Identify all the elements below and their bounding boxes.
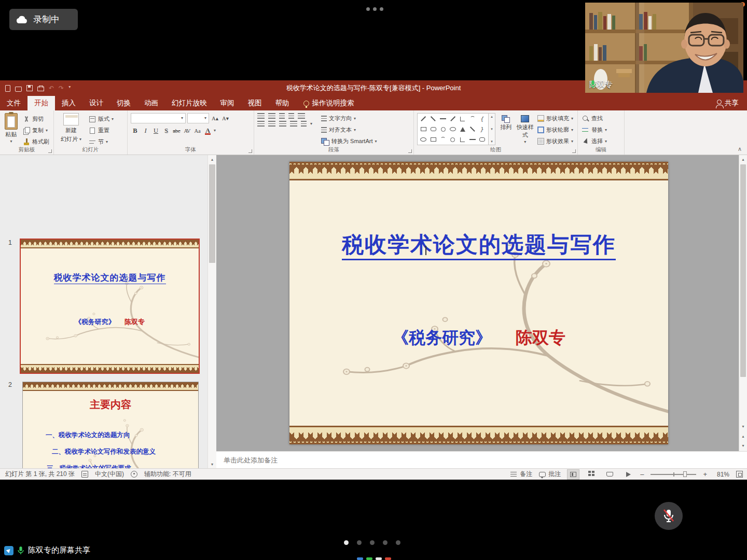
share-button[interactable]: 共享 (709, 96, 747, 110)
line-spacing-icon[interactable] (298, 113, 305, 119)
cut-button[interactable]: 剪切 (22, 114, 50, 124)
slide-subtitle[interactable]: 《税务研究》 陈双专 (289, 327, 668, 349)
zoom-slider[interactable] (651, 474, 696, 475)
scrollbar-thumb[interactable] (740, 164, 746, 377)
shape-fill-button[interactable]: 形状填充 ▾ (536, 114, 574, 123)
shape-effects-button[interactable]: 形状效果 ▾ (536, 136, 574, 146)
arrange-button[interactable]: 排列 (498, 115, 514, 131)
font-size-combo[interactable]: ▾ (187, 113, 209, 123)
dialog-launcher-icon[interactable] (408, 149, 412, 153)
slide-editing-area[interactable]: 税收学术论文的选题与写作 《税务研究》 陈双专 (216, 155, 739, 451)
reading-view-button[interactable] (604, 470, 615, 479)
bullets-icon[interactable] (257, 113, 265, 119)
qat-customize-icon[interactable]: ▾ (68, 85, 71, 92)
gallery-more-icon[interactable]: ▾ (491, 139, 493, 144)
align-right-icon[interactable] (279, 121, 286, 127)
previous-slide-button[interactable]: ▴ (739, 432, 747, 441)
font-color-button[interactable]: A (203, 125, 212, 136)
zoom-slider-knob[interactable] (683, 471, 687, 477)
increase-indent-icon[interactable] (288, 113, 294, 119)
tab-slideshow[interactable]: 幻灯片放映 (165, 96, 214, 110)
decrease-indent-icon[interactable] (279, 113, 285, 119)
change-case-button[interactable]: Aa (193, 125, 202, 136)
tab-file[interactable]: 文件 (0, 96, 27, 110)
zoom-level[interactable]: 81% (714, 471, 729, 478)
taskbar-peek[interactable] (357, 557, 391, 560)
scroll-up-icon[interactable]: ▴ (739, 155, 747, 163)
canvas-scrollbar[interactable]: ▴ ▾ ▴ ▾ (739, 155, 747, 451)
dialog-launcher-icon[interactable] (572, 149, 576, 153)
tab-home[interactable]: 开始 (27, 96, 55, 110)
window-drag-handle[interactable] (366, 7, 383, 11)
zoom-in-button[interactable]: + (703, 470, 707, 478)
tell-me-search[interactable]: 操作说明搜索 (296, 96, 362, 110)
accessibility-status[interactable]: 辅助功能: 不可用 (144, 470, 191, 479)
convert-smartart-button[interactable]: 转换为 SmartArt ▾ (320, 136, 378, 146)
language-indicator[interactable]: 中文(中国) (95, 470, 124, 479)
normal-view-button[interactable] (568, 470, 579, 479)
shapes-gallery[interactable]: { } (417, 113, 489, 145)
layout-button[interactable]: 版式 ▾ (88, 114, 115, 124)
reset-button[interactable]: 重置 (88, 125, 115, 135)
tab-animations[interactable]: 动画 (137, 96, 165, 110)
shrink-font-button[interactable]: A▾ (221, 113, 230, 123)
microphone-button[interactable] (655, 502, 683, 530)
collapse-ribbon-button[interactable]: ∧ (738, 146, 742, 152)
align-text-button[interactable]: 对齐文本 ▾ (320, 125, 378, 135)
shape-outline-button[interactable]: 形状轮廓 ▾ (536, 125, 574, 135)
strikethrough-button[interactable]: abc (172, 125, 181, 136)
scroll-down-icon[interactable]: ▾ (739, 422, 747, 430)
slide-sorter-view-button[interactable] (586, 470, 597, 479)
dialog-launcher-icon[interactable] (248, 149, 252, 153)
tab-design[interactable]: 设计 (82, 96, 110, 110)
shapes-gallery-scrollbar[interactable]: ▴ ▾ ▾ (489, 113, 495, 145)
undo-icon[interactable]: ↶ (49, 85, 54, 92)
align-left-icon[interactable] (257, 121, 265, 127)
font-name-combo[interactable]: ▾ (131, 113, 186, 123)
justify-icon[interactable] (290, 121, 297, 127)
italic-button[interactable]: I (141, 125, 150, 136)
scroll-up-icon[interactable]: ▴ (491, 115, 493, 119)
grow-font-button[interactable]: A▴ (211, 113, 219, 123)
bold-button[interactable]: B (131, 125, 140, 136)
slide-canvas[interactable]: 税收学术论文的选题与写作 《税务研究》 陈双专 (289, 162, 668, 444)
text-direction-button[interactable]: 文字方向 ▾ (320, 114, 378, 123)
tab-help[interactable]: 帮助 (269, 96, 296, 110)
save-icon[interactable] (26, 85, 33, 91)
notes-pane[interactable]: 单击此处添加备注 (216, 451, 747, 468)
new-slide-button[interactable]: 新建 幻灯片 ▾ (57, 113, 85, 143)
open-file-icon[interactable] (15, 87, 22, 92)
comments-toggle[interactable]: 批注 (539, 470, 561, 479)
page-indicator-dots[interactable] (344, 540, 400, 545)
tab-transitions[interactable]: 切换 (110, 96, 137, 110)
replace-button[interactable]: 替换 ▾ (581, 125, 608, 135)
recording-badge[interactable]: 录制中 (9, 9, 78, 30)
tab-insert[interactable]: 插入 (55, 96, 82, 110)
scroll-down-icon[interactable]: ▾ (491, 127, 493, 131)
slideshow-view-button[interactable] (622, 470, 633, 479)
underline-button[interactable]: U (151, 125, 160, 136)
fit-to-window-icon[interactable] (736, 471, 743, 478)
section-button[interactable]: 节 ▾ (88, 137, 115, 147)
align-center-icon[interactable] (268, 121, 275, 127)
quick-styles-button[interactable]: 快速样式 ▾ (516, 115, 534, 144)
notes-toggle[interactable]: 备注 (510, 470, 532, 479)
format-painter-button[interactable]: 格式刷 (22, 137, 50, 147)
numbering-icon[interactable] (268, 113, 275, 119)
text-shadow-button[interactable]: S (162, 125, 171, 136)
zoom-out-button[interactable]: – (640, 470, 644, 478)
select-button[interactable]: 选择 ▾ (581, 136, 608, 146)
dialog-launcher-icon[interactable] (48, 149, 52, 153)
redo-icon[interactable]: ↷ (59, 85, 64, 92)
tab-review[interactable]: 审阅 (214, 96, 241, 110)
paste-button[interactable]: 粘贴 ▾ (3, 113, 19, 144)
copy-button[interactable]: 复制 ▾ (22, 125, 50, 135)
thumbnail-scrollbar[interactable]: ▴ ▾ (208, 155, 216, 468)
find-button[interactable]: 查找 (581, 114, 608, 123)
scrollbar-thumb[interactable] (209, 164, 215, 263)
participant-video[interactable]: 陈双专 (585, 3, 743, 93)
new-file-icon[interactable] (5, 85, 10, 92)
slide-thumbnail-2[interactable]: 主要内容 一、税收学术论文的选题方向 二、税收学术论文写作和发表的意义 三、税收… (23, 382, 198, 468)
proofing-icon[interactable] (81, 471, 88, 478)
slide-thumbnail-1[interactable]: 税收学术论文的选题与写作 《税务研究》 陈双专 (21, 240, 199, 373)
